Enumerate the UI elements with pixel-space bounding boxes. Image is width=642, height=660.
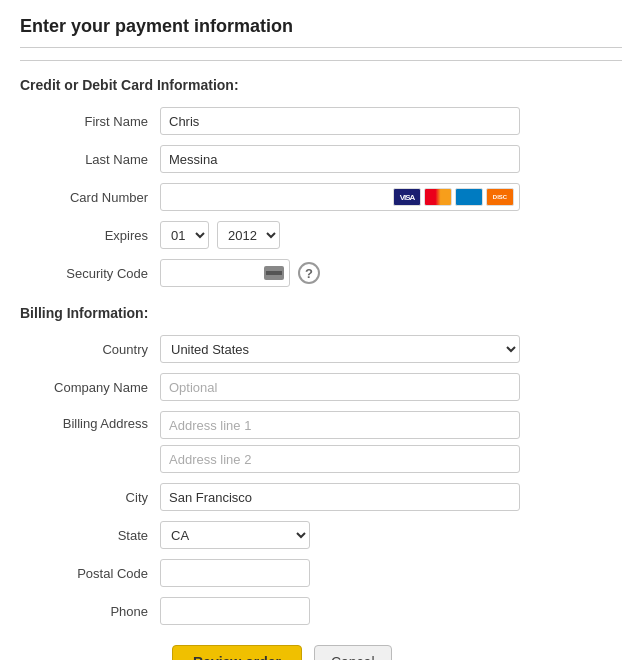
card-number-row: Card Number VISA DISC	[20, 183, 622, 211]
last-name-input[interactable]	[160, 145, 520, 173]
phone-label: Phone	[20, 604, 160, 619]
security-input-wrap	[160, 259, 290, 287]
city-row: City	[20, 483, 622, 511]
review-order-button[interactable]: Review order	[172, 645, 302, 660]
card-icons: VISA DISC	[393, 188, 514, 206]
company-name-control	[160, 373, 520, 401]
city-label: City	[20, 490, 160, 505]
address-line1-input[interactable]	[160, 411, 520, 439]
page-container: Enter your payment information Credit or…	[0, 0, 642, 660]
country-select[interactable]: United States Canada United Kingdom Aust…	[160, 335, 520, 363]
postal-code-control	[160, 559, 520, 587]
first-name-label: First Name	[20, 114, 160, 129]
card-section-title: Credit or Debit Card Information:	[20, 77, 622, 93]
country-control: United States Canada United Kingdom Aust…	[160, 335, 520, 363]
last-name-label: Last Name	[20, 152, 160, 167]
address-line2-input[interactable]	[160, 445, 520, 473]
country-label: Country	[20, 342, 160, 357]
last-name-row: Last Name	[20, 145, 622, 173]
state-label: State	[20, 528, 160, 543]
state-control: AL AK AZ AR CA CO CT DE FL GA HI ID IL I…	[160, 521, 520, 549]
mastercard-icon	[424, 188, 452, 206]
card-back-icon	[264, 266, 284, 280]
expires-label: Expires	[20, 228, 160, 243]
phone-control	[160, 597, 520, 625]
security-code-row: Security Code ?	[20, 259, 622, 287]
state-row: State AL AK AZ AR CA CO CT DE FL GA HI I…	[20, 521, 622, 549]
security-code-control: ?	[160, 259, 520, 287]
company-name-row: Company Name	[20, 373, 622, 401]
first-name-row: First Name Chris	[20, 107, 622, 135]
postal-code-row: Postal Code	[20, 559, 622, 587]
amex-icon	[455, 188, 483, 206]
billing-address-row: Billing Address	[20, 411, 622, 473]
company-name-input[interactable]	[160, 373, 520, 401]
country-row: Country United States Canada United King…	[20, 335, 622, 363]
billing-address-control	[160, 411, 520, 473]
discover-icon: DISC	[486, 188, 514, 206]
postal-code-input[interactable]	[160, 559, 310, 587]
section-divider	[20, 60, 622, 61]
security-code-help-icon[interactable]: ?	[298, 262, 320, 284]
company-name-label: Company Name	[20, 380, 160, 395]
card-number-control: VISA DISC	[160, 183, 520, 211]
security-code-label: Security Code	[20, 266, 160, 281]
state-select[interactable]: AL AK AZ AR CA CO CT DE FL GA HI ID IL I…	[160, 521, 310, 549]
card-number-label: Card Number	[20, 190, 160, 205]
first-name-input[interactable]: Chris	[160, 107, 520, 135]
city-control	[160, 483, 520, 511]
billing-address-label: Billing Address	[20, 411, 160, 431]
first-name-control: Chris	[160, 107, 520, 135]
expires-month-select[interactable]: 01 02 03 04 05 06 07 08 09 10 11 12	[160, 221, 209, 249]
buttons-row: Review order Cancel	[20, 645, 622, 660]
page-title: Enter your payment information	[20, 16, 622, 48]
cancel-button[interactable]: Cancel	[314, 645, 392, 660]
city-input[interactable]	[160, 483, 520, 511]
visa-icon: VISA	[393, 188, 421, 206]
last-name-control	[160, 145, 520, 173]
billing-section-title: Billing Information:	[20, 305, 622, 321]
phone-input[interactable]	[160, 597, 310, 625]
expires-control: 01 02 03 04 05 06 07 08 09 10 11 12 2010…	[160, 221, 520, 249]
postal-code-label: Postal Code	[20, 566, 160, 581]
expires-year-select[interactable]: 2010 2011 2012 2013 2014 2015 2016 2017 …	[217, 221, 280, 249]
expires-row: Expires 01 02 03 04 05 06 07 08 09 10 11…	[20, 221, 622, 249]
phone-row: Phone	[20, 597, 622, 625]
